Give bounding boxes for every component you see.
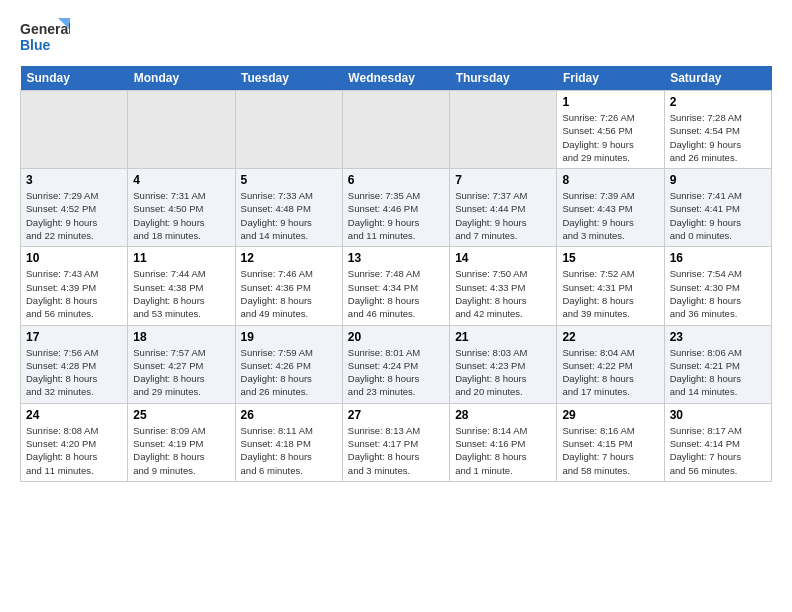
calendar-cell	[342, 91, 449, 169]
day-number: 27	[348, 408, 444, 422]
day-number: 4	[133, 173, 229, 187]
calendar-cell	[128, 91, 235, 169]
day-info: Sunrise: 7:37 AM Sunset: 4:44 PM Dayligh…	[455, 189, 551, 242]
week-row-5: 24Sunrise: 8:08 AM Sunset: 4:20 PM Dayli…	[21, 403, 772, 481]
calendar-cell: 13Sunrise: 7:48 AM Sunset: 4:34 PM Dayli…	[342, 247, 449, 325]
day-number: 13	[348, 251, 444, 265]
day-info: Sunrise: 7:43 AM Sunset: 4:39 PM Dayligh…	[26, 267, 122, 320]
day-number: 6	[348, 173, 444, 187]
day-number: 23	[670, 330, 766, 344]
day-number: 12	[241, 251, 337, 265]
day-info: Sunrise: 8:14 AM Sunset: 4:16 PM Dayligh…	[455, 424, 551, 477]
day-info: Sunrise: 7:29 AM Sunset: 4:52 PM Dayligh…	[26, 189, 122, 242]
day-number: 9	[670, 173, 766, 187]
column-header-monday: Monday	[128, 66, 235, 91]
day-info: Sunrise: 7:35 AM Sunset: 4:46 PM Dayligh…	[348, 189, 444, 242]
day-info: Sunrise: 7:41 AM Sunset: 4:41 PM Dayligh…	[670, 189, 766, 242]
day-info: Sunrise: 8:17 AM Sunset: 4:14 PM Dayligh…	[670, 424, 766, 477]
day-info: Sunrise: 8:09 AM Sunset: 4:19 PM Dayligh…	[133, 424, 229, 477]
calendar-cell: 27Sunrise: 8:13 AM Sunset: 4:17 PM Dayli…	[342, 403, 449, 481]
day-info: Sunrise: 7:26 AM Sunset: 4:56 PM Dayligh…	[562, 111, 658, 164]
day-info: Sunrise: 7:52 AM Sunset: 4:31 PM Dayligh…	[562, 267, 658, 320]
day-info: Sunrise: 8:08 AM Sunset: 4:20 PM Dayligh…	[26, 424, 122, 477]
day-info: Sunrise: 7:44 AM Sunset: 4:38 PM Dayligh…	[133, 267, 229, 320]
calendar-cell: 10Sunrise: 7:43 AM Sunset: 4:39 PM Dayli…	[21, 247, 128, 325]
column-header-tuesday: Tuesday	[235, 66, 342, 91]
day-number: 28	[455, 408, 551, 422]
header: GeneralBlue	[20, 16, 772, 56]
day-info: Sunrise: 7:54 AM Sunset: 4:30 PM Dayligh…	[670, 267, 766, 320]
calendar-cell: 18Sunrise: 7:57 AM Sunset: 4:27 PM Dayli…	[128, 325, 235, 403]
calendar-cell: 28Sunrise: 8:14 AM Sunset: 4:16 PM Dayli…	[450, 403, 557, 481]
day-number: 19	[241, 330, 337, 344]
calendar-header-row: SundayMondayTuesdayWednesdayThursdayFrid…	[21, 66, 772, 91]
day-info: Sunrise: 8:03 AM Sunset: 4:23 PM Dayligh…	[455, 346, 551, 399]
day-number: 20	[348, 330, 444, 344]
column-header-saturday: Saturday	[664, 66, 771, 91]
calendar-cell: 30Sunrise: 8:17 AM Sunset: 4:14 PM Dayli…	[664, 403, 771, 481]
week-row-2: 3Sunrise: 7:29 AM Sunset: 4:52 PM Daylig…	[21, 169, 772, 247]
column-header-wednesday: Wednesday	[342, 66, 449, 91]
day-number: 21	[455, 330, 551, 344]
calendar-cell: 15Sunrise: 7:52 AM Sunset: 4:31 PM Dayli…	[557, 247, 664, 325]
calendar-cell: 8Sunrise: 7:39 AM Sunset: 4:43 PM Daylig…	[557, 169, 664, 247]
calendar-cell: 22Sunrise: 8:04 AM Sunset: 4:22 PM Dayli…	[557, 325, 664, 403]
day-info: Sunrise: 8:06 AM Sunset: 4:21 PM Dayligh…	[670, 346, 766, 399]
calendar-cell: 24Sunrise: 8:08 AM Sunset: 4:20 PM Dayli…	[21, 403, 128, 481]
day-number: 18	[133, 330, 229, 344]
day-number: 22	[562, 330, 658, 344]
calendar-cell: 2Sunrise: 7:28 AM Sunset: 4:54 PM Daylig…	[664, 91, 771, 169]
day-info: Sunrise: 8:16 AM Sunset: 4:15 PM Dayligh…	[562, 424, 658, 477]
calendar-cell	[21, 91, 128, 169]
day-number: 25	[133, 408, 229, 422]
week-row-1: 1Sunrise: 7:26 AM Sunset: 4:56 PM Daylig…	[21, 91, 772, 169]
calendar-cell: 9Sunrise: 7:41 AM Sunset: 4:41 PM Daylig…	[664, 169, 771, 247]
day-number: 11	[133, 251, 229, 265]
day-number: 7	[455, 173, 551, 187]
calendar-cell: 25Sunrise: 8:09 AM Sunset: 4:19 PM Dayli…	[128, 403, 235, 481]
day-number: 1	[562, 95, 658, 109]
calendar-cell: 19Sunrise: 7:59 AM Sunset: 4:26 PM Dayli…	[235, 325, 342, 403]
calendar-cell: 5Sunrise: 7:33 AM Sunset: 4:48 PM Daylig…	[235, 169, 342, 247]
calendar-cell: 26Sunrise: 8:11 AM Sunset: 4:18 PM Dayli…	[235, 403, 342, 481]
calendar-cell	[235, 91, 342, 169]
day-info: Sunrise: 8:11 AM Sunset: 4:18 PM Dayligh…	[241, 424, 337, 477]
svg-text:Blue: Blue	[20, 37, 51, 53]
day-info: Sunrise: 7:48 AM Sunset: 4:34 PM Dayligh…	[348, 267, 444, 320]
day-info: Sunrise: 7:39 AM Sunset: 4:43 PM Dayligh…	[562, 189, 658, 242]
day-number: 29	[562, 408, 658, 422]
calendar-cell: 20Sunrise: 8:01 AM Sunset: 4:24 PM Dayli…	[342, 325, 449, 403]
day-info: Sunrise: 7:57 AM Sunset: 4:27 PM Dayligh…	[133, 346, 229, 399]
calendar-cell: 11Sunrise: 7:44 AM Sunset: 4:38 PM Dayli…	[128, 247, 235, 325]
calendar-cell: 16Sunrise: 7:54 AM Sunset: 4:30 PM Dayli…	[664, 247, 771, 325]
svg-text:General: General	[20, 21, 70, 37]
calendar-cell: 3Sunrise: 7:29 AM Sunset: 4:52 PM Daylig…	[21, 169, 128, 247]
day-number: 14	[455, 251, 551, 265]
day-info: Sunrise: 7:56 AM Sunset: 4:28 PM Dayligh…	[26, 346, 122, 399]
calendar-cell: 6Sunrise: 7:35 AM Sunset: 4:46 PM Daylig…	[342, 169, 449, 247]
day-number: 26	[241, 408, 337, 422]
calendar: SundayMondayTuesdayWednesdayThursdayFrid…	[20, 66, 772, 482]
calendar-cell: 1Sunrise: 7:26 AM Sunset: 4:56 PM Daylig…	[557, 91, 664, 169]
calendar-cell: 21Sunrise: 8:03 AM Sunset: 4:23 PM Dayli…	[450, 325, 557, 403]
day-info: Sunrise: 7:46 AM Sunset: 4:36 PM Dayligh…	[241, 267, 337, 320]
day-info: Sunrise: 7:33 AM Sunset: 4:48 PM Dayligh…	[241, 189, 337, 242]
calendar-cell: 7Sunrise: 7:37 AM Sunset: 4:44 PM Daylig…	[450, 169, 557, 247]
column-header-sunday: Sunday	[21, 66, 128, 91]
calendar-cell	[450, 91, 557, 169]
week-row-4: 17Sunrise: 7:56 AM Sunset: 4:28 PM Dayli…	[21, 325, 772, 403]
day-number: 10	[26, 251, 122, 265]
column-header-thursday: Thursday	[450, 66, 557, 91]
day-info: Sunrise: 7:28 AM Sunset: 4:54 PM Dayligh…	[670, 111, 766, 164]
day-info: Sunrise: 7:31 AM Sunset: 4:50 PM Dayligh…	[133, 189, 229, 242]
week-row-3: 10Sunrise: 7:43 AM Sunset: 4:39 PM Dayli…	[21, 247, 772, 325]
day-number: 17	[26, 330, 122, 344]
day-number: 8	[562, 173, 658, 187]
calendar-cell: 17Sunrise: 7:56 AM Sunset: 4:28 PM Dayli…	[21, 325, 128, 403]
logo: GeneralBlue	[20, 16, 70, 56]
day-info: Sunrise: 8:01 AM Sunset: 4:24 PM Dayligh…	[348, 346, 444, 399]
calendar-cell: 14Sunrise: 7:50 AM Sunset: 4:33 PM Dayli…	[450, 247, 557, 325]
day-number: 30	[670, 408, 766, 422]
day-info: Sunrise: 7:59 AM Sunset: 4:26 PM Dayligh…	[241, 346, 337, 399]
calendar-cell: 4Sunrise: 7:31 AM Sunset: 4:50 PM Daylig…	[128, 169, 235, 247]
